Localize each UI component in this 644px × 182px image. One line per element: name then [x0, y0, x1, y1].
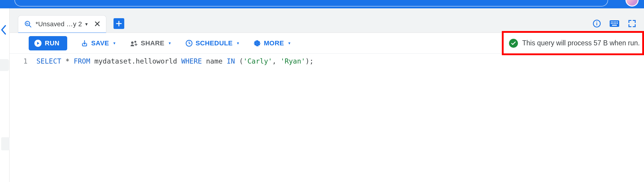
info-icon[interactable]	[593, 19, 601, 28]
svg-rect-16	[615, 23, 616, 24]
svg-rect-8	[611, 21, 612, 22]
save-label: SAVE	[91, 39, 109, 47]
status-text: This query will process 57 B when run.	[522, 39, 640, 47]
more-label: MORE	[264, 39, 284, 47]
svg-rect-10	[614, 21, 615, 22]
query-validation-status: This query will process 57 B when run.	[502, 31, 644, 55]
check-circle-icon	[509, 39, 518, 48]
add-tab-button[interactable]	[114, 18, 124, 29]
fullscreen-icon[interactable]	[628, 19, 636, 28]
share-label: SHARE	[141, 39, 164, 47]
svg-line-1	[29, 25, 31, 27]
svg-rect-9	[612, 21, 613, 22]
svg-rect-13	[611, 23, 612, 24]
chevron-down-icon: ▼	[113, 41, 116, 45]
schedule-icon	[185, 40, 193, 47]
chevron-down-icon: ▼	[288, 41, 291, 45]
svg-rect-2	[27, 22, 27, 24]
gear-icon	[254, 40, 261, 47]
left-rail	[0, 8, 10, 182]
svg-point-21	[134, 41, 136, 42]
save-icon	[81, 40, 88, 47]
svg-point-20	[131, 41, 134, 44]
svg-rect-14	[612, 23, 613, 24]
share-icon	[130, 40, 138, 47]
keyboard-icon[interactable]	[609, 20, 620, 27]
chevron-down-icon: ▼	[168, 41, 171, 45]
tab-active-query[interactable]: *Unsaved …y 2 ▼ ✕	[18, 15, 106, 33]
editor-toolbar: RUN SAVE ▼ SHARE ▼ SCHEDULE ▼	[10, 33, 644, 54]
schedule-button[interactable]: SCHEDULE ▼	[185, 36, 240, 50]
svg-rect-5	[597, 23, 597, 25]
query-icon	[24, 20, 32, 28]
sidebar-item-placeholder	[0, 59, 9, 71]
svg-rect-17	[617, 23, 618, 24]
run-label: RUN	[45, 39, 59, 47]
more-button[interactable]: MORE ▼	[254, 36, 291, 50]
svg-rect-18	[612, 25, 617, 26]
svg-rect-6	[597, 21, 597, 22]
tab-strip: *Unsaved …y 2 ▼ ✕	[10, 8, 644, 33]
top-app-bar	[0, 0, 644, 8]
main-area: *Unsaved …y 2 ▼ ✕ RUN	[10, 8, 644, 182]
play-icon	[34, 39, 42, 47]
chevron-down-icon: ▼	[236, 41, 240, 45]
chevron-left-icon[interactable]	[0, 24, 7, 35]
svg-rect-23	[135, 44, 137, 45]
svg-rect-15	[614, 23, 615, 24]
svg-point-25	[256, 42, 258, 44]
schedule-label: SCHEDULE	[196, 39, 233, 47]
tab-label: *Unsaved …y 2	[36, 20, 82, 28]
close-icon[interactable]: ✕	[94, 19, 101, 29]
chevron-down-icon[interactable]: ▼	[84, 22, 88, 27]
avatar[interactable]	[625, 0, 639, 7]
code-content[interactable]: SELECT * FROM mydataset.helloworld WHERE…	[36, 57, 314, 182]
code-line[interactable]: SELECT * FROM mydataset.helloworld WHERE…	[36, 57, 314, 65]
share-button[interactable]: SHARE ▼	[130, 36, 171, 50]
run-button[interactable]: RUN	[29, 36, 67, 50]
line-gutter: 1	[10, 57, 36, 182]
svg-rect-11	[615, 21, 616, 22]
svg-rect-12	[617, 21, 618, 22]
sidebar-item-placeholder	[1, 137, 10, 150]
svg-rect-3	[27, 23, 28, 24]
save-button[interactable]: SAVE ▼	[81, 36, 116, 50]
line-number: 1	[10, 57, 27, 65]
sql-editor[interactable]: 1 SELECT * FROM mydataset.helloworld WHE…	[10, 54, 644, 182]
tab-strip-actions	[593, 19, 636, 28]
